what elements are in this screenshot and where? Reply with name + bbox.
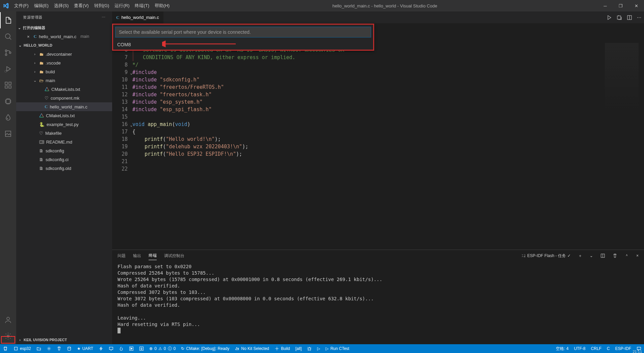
tree-item--vscode[interactable]: ›🖿.vscode — [16, 58, 112, 67]
tree-item-cmakelists-txt[interactable]: CMakeLists.txt — [16, 85, 112, 94]
explorer-icon[interactable] — [0, 12, 16, 28]
menu-terminal[interactable]: 终端(T) — [132, 0, 152, 11]
status-play-icon[interactable]: ▷ — [314, 344, 323, 353]
panel-maximize-icon[interactable]: ＾ — [625, 253, 629, 259]
status-cmake[interactable]: ↻ CMake: [Debug]: Ready — [178, 344, 232, 353]
status-debug-icon[interactable] — [304, 344, 314, 353]
menu-selection[interactable]: 选择(S) — [51, 0, 71, 11]
account-icon[interactable] — [0, 312, 16, 328]
minimap[interactable] — [605, 43, 639, 110]
panel-task-label[interactable]: ESP-IDF Flash - 任务 ✓ — [521, 253, 571, 259]
menu-run[interactable]: 运行(R) — [112, 0, 132, 11]
panel-split-icon[interactable] — [600, 253, 605, 258]
svg-rect-6 — [5, 86, 7, 88]
tree-item-build[interactable]: ›🖿build — [16, 67, 112, 76]
main-menu: 文件(F) 编辑(E) 选择(S) 查看(V) 转到(G) 运行(R) 终端(T… — [11, 0, 172, 11]
status-spaces[interactable]: 空格: 4 — [553, 344, 571, 353]
tree-item-sdkconfig-old[interactable]: 🗎sdkconfig.old — [16, 164, 112, 173]
tree-item-readme-md[interactable]: M↓README.md — [16, 137, 112, 146]
menu-view[interactable]: 查看(V) — [71, 0, 91, 11]
folder-root-header[interactable]: ⌄HELLO_WORLD — [16, 41, 112, 50]
status-language[interactable]: C — [604, 344, 613, 353]
status-flash-icon[interactable] — [96, 344, 106, 353]
window-minimize-button[interactable]: ─ — [597, 0, 613, 11]
tab-label: hello_world_main.c — [121, 15, 159, 20]
window-close-button[interactable]: ✕ — [628, 0, 644, 11]
tree-item-sdkconfig[interactable]: 🗎sdkconfig — [16, 146, 112, 155]
menu-file[interactable]: 文件(F) — [11, 0, 31, 11]
terminal-output[interactable]: Flash params set to 0x0220 Compressed 25… — [112, 261, 644, 344]
run-debug-icon[interactable] — [0, 61, 16, 77]
source-control-icon[interactable] — [0, 45, 16, 61]
tab-hello-world-main[interactable]: C hello_world_main.c — [112, 11, 163, 23]
status-kit[interactable]: No Kit Selected — [232, 344, 272, 353]
panel-dropdown-icon[interactable]: ⌄ — [590, 253, 593, 258]
c-file-icon: C — [116, 15, 119, 20]
status-problems[interactable]: ⊗ 0 ⚠ 0 ⓘ 0 — [147, 344, 178, 353]
open-editors-header[interactable]: ⌄打开的编辑器 — [16, 23, 112, 32]
menu-edit[interactable]: 编辑(E) — [31, 0, 51, 11]
keil-section-header[interactable]: ›KEIL UVISION PROJECT — [16, 335, 112, 344]
panel-new-terminal-icon[interactable]: ＋ — [578, 253, 582, 259]
rainmeter-icon[interactable] — [0, 109, 16, 126]
terminal-cursor — [118, 328, 121, 333]
image-icon[interactable] — [0, 126, 16, 142]
quick-pick-dialog: COM8 — [112, 24, 374, 51]
search-icon[interactable] — [0, 28, 16, 45]
quick-pick-item-com8[interactable]: COM8 — [113, 40, 373, 50]
status-monitor-icon[interactable] — [106, 344, 116, 353]
window-maximize-button[interactable]: ❐ — [613, 0, 628, 11]
svg-rect-7 — [9, 86, 11, 88]
status-build-button[interactable]: Build — [272, 344, 293, 353]
tree-item-hello-world-main-c[interactable]: Chello_world_main.c — [16, 102, 112, 111]
tree-item-component-mk[interactable]: ♡component.mk — [16, 94, 112, 102]
tree-item-sdkconfig-ci[interactable]: 🗎sdkconfig.ci — [16, 155, 112, 164]
panel-tab-debug[interactable]: 调试控制台 — [164, 252, 184, 260]
quick-pick-input[interactable] — [115, 27, 371, 37]
extensions-icon[interactable] — [0, 77, 16, 93]
tree-item-cmakelists-txt[interactable]: CMakeLists.txt — [16, 111, 112, 120]
run-file-icon[interactable] — [607, 15, 612, 20]
status-target-chip[interactable]: esp32 — [11, 344, 34, 353]
status-fire-icon[interactable] — [116, 344, 126, 353]
close-icon[interactable]: × — [27, 34, 30, 39]
status-espidf[interactable]: ESP-IDF — [613, 344, 634, 353]
status-deploy-icon[interactable] — [136, 344, 147, 353]
tree-item-example-test-py[interactable]: 🐍example_test.py — [16, 120, 112, 129]
status-uart-button[interactable]: ★ UART — [74, 344, 96, 353]
tree-item-main[interactable]: ⌄🗁main — [16, 76, 112, 85]
tree-item--devcontainer[interactable]: ›🖿.devcontainer — [16, 50, 112, 58]
title-bar: 文件(F) 编辑(E) 选择(S) 查看(V) 转到(G) 运行(R) 终端(T… — [0, 0, 644, 11]
code-editor[interactable]: Unless required by applicable law or agr… — [132, 31, 644, 250]
status-config-gear-icon[interactable] — [44, 344, 54, 353]
status-trash-icon[interactable] — [54, 344, 64, 353]
status-build-target[interactable]: [all] — [293, 344, 305, 353]
status-run-icon[interactable] — [126, 344, 136, 353]
status-run-ctest[interactable]: ▷ Run CTest — [323, 344, 352, 353]
open-editor-item[interactable]: × C hello_world_main.c main — [16, 32, 112, 41]
svg-rect-13 — [617, 16, 621, 19]
status-encoding[interactable]: UTF-8 — [571, 344, 588, 353]
panel-trash-icon[interactable] — [613, 253, 617, 258]
svg-rect-5 — [5, 82, 7, 84]
status-com-port-icon[interactable] — [0, 344, 11, 353]
tree-item-makefile[interactable]: ♡Makefile — [16, 129, 112, 137]
panel-tab-problems[interactable]: 问题 — [118, 252, 126, 260]
sidebar-more-icon[interactable]: ⋯ — [102, 15, 106, 20]
menu-go[interactable]: 转到(G) — [92, 0, 112, 11]
split-editor-icon[interactable] — [627, 15, 632, 20]
panel-tab-output[interactable]: 输出 — [133, 252, 141, 260]
status-eol[interactable]: CRLF — [588, 344, 604, 353]
status-bar: esp32 ★ UART ⊗ 0 ⚠ 0 ⓘ 0 ↻ CMake: [Debug… — [0, 344, 644, 353]
more-actions-icon[interactable]: ⋯ — [637, 15, 641, 20]
status-db-icon[interactable] — [64, 344, 74, 353]
panel-tab-terminal[interactable]: 终端 — [149, 251, 157, 260]
activity-bar — [0, 11, 16, 344]
settings-gear-icon[interactable] — [0, 328, 16, 344]
chip-icon[interactable] — [0, 93, 16, 109]
panel-close-icon[interactable]: × — [636, 253, 639, 258]
file-compare-icon[interactable] — [617, 15, 622, 20]
menu-help[interactable]: 帮助(H) — [152, 0, 172, 11]
status-open-folder-icon[interactable] — [34, 344, 44, 353]
sidebar-explorer: 资源管理器 ⋯ ⌄打开的编辑器 × C hello_world_main.c m… — [16, 11, 112, 344]
